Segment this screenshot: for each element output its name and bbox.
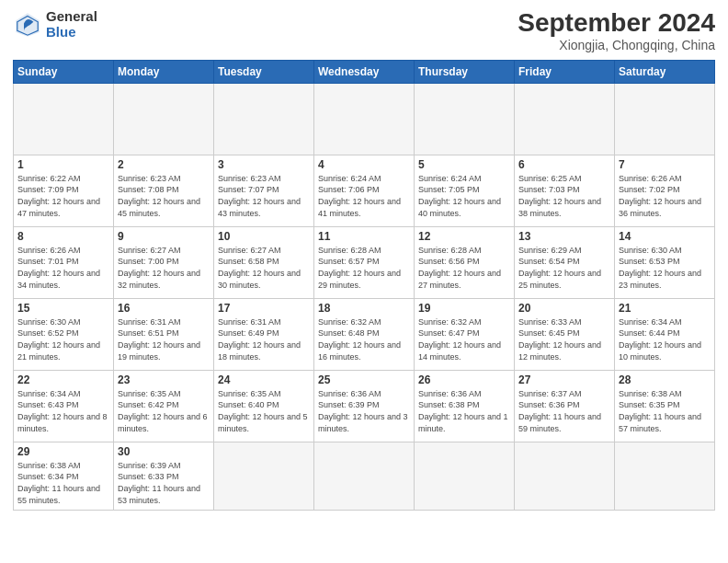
day-number: 19 xyxy=(418,302,510,315)
cell-info: Sunrise: 6:38 AMSunset: 6:34 PMDaylight:… xyxy=(17,461,100,505)
day-number: 1 xyxy=(17,158,109,171)
cell-info: Sunrise: 6:26 AMSunset: 7:02 PMDaylight:… xyxy=(619,174,701,218)
day-number: 21 xyxy=(619,302,711,315)
table-row: 27Sunrise: 6:37 AMSunset: 6:36 PMDayligh… xyxy=(515,370,615,442)
cell-info: Sunrise: 6:24 AMSunset: 7:06 PMDaylight:… xyxy=(318,174,401,218)
cell-info: Sunrise: 6:27 AMSunset: 6:58 PMDaylight:… xyxy=(218,246,301,290)
day-number: 13 xyxy=(518,230,610,243)
table-row: 14Sunrise: 6:30 AMSunset: 6:53 PMDayligh… xyxy=(615,226,715,298)
table-row: 11Sunrise: 6:28 AMSunset: 6:57 PMDayligh… xyxy=(314,226,415,298)
cell-info: Sunrise: 6:22 AMSunset: 7:09 PMDaylight:… xyxy=(17,174,100,218)
day-number: 23 xyxy=(118,373,210,386)
table-row: 9Sunrise: 6:27 AMSunset: 7:00 PMDaylight… xyxy=(114,226,214,298)
day-number: 9 xyxy=(118,230,210,243)
table-row: 21Sunrise: 6:34 AMSunset: 6:44 PMDayligh… xyxy=(615,298,715,370)
cell-info: Sunrise: 6:39 AMSunset: 6:33 PMDaylight:… xyxy=(118,461,200,505)
logo-text-blue: Blue xyxy=(46,25,97,40)
day-number: 20 xyxy=(518,302,610,315)
day-number: 8 xyxy=(17,230,109,243)
day-number: 24 xyxy=(218,373,310,386)
table-row xyxy=(615,83,715,155)
cell-info: Sunrise: 6:29 AMSunset: 6:54 PMDaylight:… xyxy=(518,246,601,290)
table-row xyxy=(314,442,415,510)
title-block: September 2024 Xiongjia, Chongqing, Chin… xyxy=(518,9,715,52)
header: General Blue September 2024 Xiongjia, Ch… xyxy=(13,9,715,52)
location: Xiongjia, Chongqing, China xyxy=(518,38,715,52)
day-number: 14 xyxy=(619,230,711,243)
cell-info: Sunrise: 6:26 AMSunset: 7:01 PMDaylight:… xyxy=(17,246,100,290)
table-row: 26Sunrise: 6:36 AMSunset: 6:38 PMDayligh… xyxy=(415,370,515,442)
table-row: 1Sunrise: 6:22 AMSunset: 7:09 PMDaylight… xyxy=(14,155,114,226)
cell-info: Sunrise: 6:28 AMSunset: 6:57 PMDaylight:… xyxy=(318,246,401,290)
day-number: 27 xyxy=(518,373,610,386)
table-row: 2Sunrise: 6:23 AMSunset: 7:08 PMDaylight… xyxy=(114,155,214,226)
day-number: 29 xyxy=(17,445,109,458)
calendar: Sunday Monday Tuesday Wednesday Thursday… xyxy=(13,60,715,511)
table-row: 20Sunrise: 6:33 AMSunset: 6:45 PMDayligh… xyxy=(515,298,615,370)
table-row xyxy=(14,83,114,155)
day-number: 2 xyxy=(118,158,210,171)
cell-info: Sunrise: 6:30 AMSunset: 6:52 PMDaylight:… xyxy=(17,317,100,362)
table-row: 13Sunrise: 6:29 AMSunset: 6:54 PMDayligh… xyxy=(515,226,615,298)
table-row: 22Sunrise: 6:34 AMSunset: 6:43 PMDayligh… xyxy=(14,370,114,442)
day-number: 16 xyxy=(118,302,210,315)
table-row xyxy=(515,83,615,155)
cell-info: Sunrise: 6:30 AMSunset: 6:53 PMDaylight:… xyxy=(619,246,701,290)
table-row xyxy=(214,83,314,155)
cell-info: Sunrise: 6:35 AMSunset: 6:42 PMDaylight:… xyxy=(118,389,208,433)
cell-info: Sunrise: 6:23 AMSunset: 7:08 PMDaylight:… xyxy=(118,174,200,218)
day-number: 3 xyxy=(218,158,310,171)
table-row: 28Sunrise: 6:38 AMSunset: 6:35 PMDayligh… xyxy=(615,370,715,442)
day-number: 6 xyxy=(518,158,610,171)
cell-info: Sunrise: 6:32 AMSunset: 6:48 PMDaylight:… xyxy=(318,317,401,362)
cell-info: Sunrise: 6:34 AMSunset: 6:44 PMDaylight:… xyxy=(619,317,701,362)
day-number: 7 xyxy=(619,158,711,171)
table-row: 10Sunrise: 6:27 AMSunset: 6:58 PMDayligh… xyxy=(214,226,314,298)
table-row xyxy=(615,442,715,510)
day-number: 17 xyxy=(218,302,310,315)
logo-icon xyxy=(13,10,42,40)
table-row: 4Sunrise: 6:24 AMSunset: 7:06 PMDaylight… xyxy=(314,155,415,226)
cell-info: Sunrise: 6:28 AMSunset: 6:56 PMDaylight:… xyxy=(418,246,501,290)
day-number: 12 xyxy=(418,230,510,243)
table-row: 19Sunrise: 6:32 AMSunset: 6:47 PMDayligh… xyxy=(415,298,515,370)
table-row xyxy=(415,83,515,155)
table-row xyxy=(415,442,515,510)
cell-info: Sunrise: 6:23 AMSunset: 7:07 PMDaylight:… xyxy=(218,174,301,218)
day-number: 22 xyxy=(17,373,109,386)
table-row: 6Sunrise: 6:25 AMSunset: 7:03 PMDaylight… xyxy=(515,155,615,226)
cell-info: Sunrise: 6:25 AMSunset: 7:03 PMDaylight:… xyxy=(518,174,601,218)
table-row: 12Sunrise: 6:28 AMSunset: 6:56 PMDayligh… xyxy=(415,226,515,298)
cell-info: Sunrise: 6:38 AMSunset: 6:35 PMDaylight:… xyxy=(619,389,701,433)
cell-info: Sunrise: 6:27 AMSunset: 7:00 PMDaylight:… xyxy=(118,246,200,290)
table-row: 30Sunrise: 6:39 AMSunset: 6:33 PMDayligh… xyxy=(114,442,214,510)
table-row xyxy=(214,442,314,510)
col-thursday: Thursday xyxy=(415,60,515,83)
day-number: 15 xyxy=(17,302,109,315)
cell-info: Sunrise: 6:35 AMSunset: 6:40 PMDaylight:… xyxy=(218,389,308,433)
cell-info: Sunrise: 6:32 AMSunset: 6:47 PMDaylight:… xyxy=(418,317,501,362)
day-number: 25 xyxy=(318,373,410,386)
table-row: 24Sunrise: 6:35 AMSunset: 6:40 PMDayligh… xyxy=(214,370,314,442)
table-row xyxy=(314,83,415,155)
col-tuesday: Tuesday xyxy=(214,60,314,83)
cell-info: Sunrise: 6:34 AMSunset: 6:43 PMDaylight:… xyxy=(17,389,108,433)
col-saturday: Saturday xyxy=(615,60,715,83)
table-row: 17Sunrise: 6:31 AMSunset: 6:49 PMDayligh… xyxy=(214,298,314,370)
day-number: 28 xyxy=(619,373,711,386)
logo: General Blue xyxy=(13,9,97,40)
cell-info: Sunrise: 6:33 AMSunset: 6:45 PMDaylight:… xyxy=(518,317,601,362)
day-number: 18 xyxy=(318,302,410,315)
cell-info: Sunrise: 6:36 AMSunset: 6:38 PMDaylight:… xyxy=(418,389,508,433)
cell-info: Sunrise: 6:36 AMSunset: 6:39 PMDaylight:… xyxy=(318,389,408,433)
col-monday: Monday xyxy=(114,60,214,83)
table-row: 3Sunrise: 6:23 AMSunset: 7:07 PMDaylight… xyxy=(214,155,314,226)
page: General Blue September 2024 Xiongjia, Ch… xyxy=(0,0,728,563)
table-row: 16Sunrise: 6:31 AMSunset: 6:51 PMDayligh… xyxy=(114,298,214,370)
day-number: 5 xyxy=(418,158,510,171)
table-row xyxy=(114,83,214,155)
cell-info: Sunrise: 6:31 AMSunset: 6:49 PMDaylight:… xyxy=(218,317,301,362)
table-row: 15Sunrise: 6:30 AMSunset: 6:52 PMDayligh… xyxy=(14,298,114,370)
day-number: 26 xyxy=(418,373,510,386)
table-row: 7Sunrise: 6:26 AMSunset: 7:02 PMDaylight… xyxy=(615,155,715,226)
